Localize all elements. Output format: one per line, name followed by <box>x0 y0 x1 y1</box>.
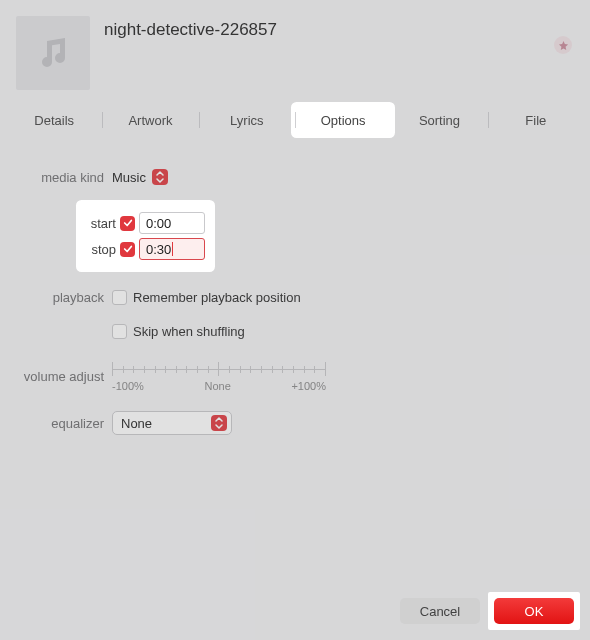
remember-position-checkbox[interactable] <box>112 290 127 305</box>
start-label: start <box>86 216 116 231</box>
text-caret <box>172 242 173 256</box>
skip-shuffling-checkbox[interactable] <box>112 324 127 339</box>
tab-bar: Details Artwork Lyrics Options Sorting F… <box>6 106 584 134</box>
tab-artwork[interactable]: Artwork <box>102 106 198 134</box>
playback-label: playback <box>0 290 112 305</box>
media-kind-select[interactable]: Music <box>112 169 168 185</box>
track-artwork-placeholder <box>16 16 90 90</box>
header: night-detective-226857 <box>0 0 590 102</box>
tab-file[interactable]: File <box>488 106 584 134</box>
options-form: media kind Music start 0:00 stop 0:30 <box>0 134 590 438</box>
volume-slider-labels: -100% None +100% <box>112 380 326 392</box>
remember-position-label: Remember playback position <box>133 290 301 305</box>
tab-options[interactable]: Options <box>295 106 391 134</box>
tab-sorting[interactable]: Sorting <box>391 106 487 134</box>
tab-details[interactable]: Details <box>6 106 102 134</box>
start-stop-panel: start 0:00 stop 0:30 <box>80 204 211 268</box>
start-checkbox[interactable] <box>120 216 135 231</box>
ok-button-highlight: OK <box>488 592 580 630</box>
stop-checkbox[interactable] <box>120 242 135 257</box>
music-note-icon <box>33 33 73 73</box>
media-kind-label: media kind <box>0 170 112 185</box>
cancel-button[interactable]: Cancel <box>400 598 480 624</box>
favorite-star-icon[interactable] <box>554 36 572 54</box>
start-time-input[interactable]: 0:00 <box>139 212 205 234</box>
skip-shuffling-label: Skip when shuffling <box>133 324 245 339</box>
stop-label: stop <box>86 242 116 257</box>
tab-lyrics[interactable]: Lyrics <box>199 106 295 134</box>
equalizer-label: equalizer <box>0 416 112 431</box>
equalizer-select[interactable]: None <box>112 411 232 435</box>
volume-adjust-label: volume adjust <box>0 369 112 384</box>
stop-time-input[interactable]: 0:30 <box>139 238 205 260</box>
ok-button[interactable]: OK <box>494 598 574 624</box>
dialog-footer: Cancel OK <box>400 592 580 630</box>
slider-ticks <box>112 362 326 376</box>
volume-adjust-slider[interactable] <box>112 360 326 378</box>
chevron-up-down-icon <box>211 415 227 431</box>
track-title: night-detective-226857 <box>104 20 277 40</box>
chevron-up-down-icon <box>152 169 168 185</box>
